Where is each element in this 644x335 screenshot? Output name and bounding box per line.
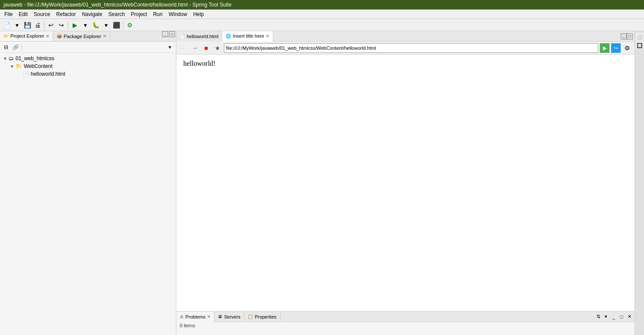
address-input[interactable]: [224, 43, 598, 53]
helloworld-label: helloworld.html: [31, 71, 65, 77]
menu-search[interactable]: Search: [106, 10, 128, 18]
bottom-tabs: ⚠ Problems ✕ 🖥 Servers 📋 Properties ⇅ ▾ …: [176, 312, 634, 322]
package-explorer-close[interactable]: ✕: [103, 34, 106, 39]
side-icon-1[interactable]: ⬜: [636, 33, 644, 41]
expand-project-arrow[interactable]: ▼: [2, 55, 9, 62]
debug-button[interactable]: 🐛: [91, 20, 100, 30]
project-label: 01_web_htmlcss: [16, 55, 54, 61]
title-text: javaweb - file:/J:/MyWork/javaweb/01_web…: [3, 2, 232, 8]
project-explorer-icon: 📁: [3, 34, 9, 39]
panel-toolbar: ⊟ 🔗 ▾: [0, 42, 176, 53]
panel-win-btns: _ □: [162, 31, 176, 41]
back-btn[interactable]: ←: [179, 43, 188, 53]
html-file-icon: 📄: [22, 71, 29, 77]
sep3: [123, 21, 123, 29]
editor-maximize-btn[interactable]: □: [627, 33, 633, 39]
new-button[interactable]: 📄: [2, 20, 11, 30]
set-url-btn[interactable]: ↪: [611, 43, 621, 53]
helloworld-editor-tab[interactable]: 📄 helloworld.html: [176, 31, 222, 42]
editor-tabs: 📄 helloworld.html 🌐 Insert title here ✕ …: [176, 31, 634, 42]
browser-tab[interactable]: 🌐 Insert title here ✕: [222, 31, 273, 42]
collapse-all-btn[interactable]: ⊟: [2, 43, 10, 52]
main-layout: 📁 Project Explorer ✕ 📦 Package Explorer …: [0, 31, 644, 335]
redo-button[interactable]: ↪: [57, 20, 66, 30]
panel-menu-btn[interactable]: ▾: [166, 43, 174, 52]
servers-tab[interactable]: 🖥 Servers: [214, 312, 244, 322]
bottom-maximize-btn[interactable]: □: [618, 313, 625, 320]
menu-bar: File Edit Source Refactor Navigate Searc…: [0, 10, 644, 19]
left-panel: 📁 Project Explorer ✕ 📦 Package Explorer …: [0, 31, 176, 335]
title-bar: javaweb - file:/J:/MyWork/javaweb/01_web…: [0, 0, 644, 10]
menu-edit[interactable]: Edit: [16, 10, 30, 18]
menu-project[interactable]: Project: [128, 10, 150, 18]
helloworld-tab-label: helloworld.html: [187, 34, 218, 39]
item-count-text: 0 items: [180, 323, 195, 328]
debug-dropdown[interactable]: ▾: [101, 20, 111, 30]
bottom-panel: ⚠ Problems ✕ 🖥 Servers 📋 Properties ⇅ ▾ …: [176, 311, 634, 335]
bookmark-star-btn[interactable]: ★: [213, 43, 222, 53]
tree-item-project[interactable]: ▼ 🗂 01_web_htmlcss: [0, 55, 176, 62]
sep1: [44, 21, 45, 29]
run-dropdown[interactable]: ▾: [80, 20, 90, 30]
side-icon-bar: ⬜ 🔲: [634, 31, 644, 335]
menu-file[interactable]: File: [2, 10, 15, 18]
build-button[interactable]: ⚙: [125, 20, 134, 30]
link-editor-btn[interactable]: 🔗: [11, 43, 20, 52]
stop-btn[interactable]: ■: [201, 43, 211, 53]
new-dropdown-button[interactable]: ▾: [12, 20, 22, 30]
settings-icon-btn[interactable]: ⚙: [622, 43, 632, 53]
tree-item-webcontent[interactable]: ▼ 📁 WebContent: [0, 62, 176, 70]
bottom-sort-btn[interactable]: ⇅: [595, 313, 602, 320]
right-panel: 📄 helloworld.html 🌐 Insert title here ✕ …: [176, 31, 634, 335]
problems-icon: ⚠: [180, 314, 184, 319]
package-explorer-icon: 📦: [57, 34, 62, 39]
properties-icon: 📋: [248, 314, 253, 319]
menu-refactor[interactable]: Refactor: [54, 10, 78, 18]
print-button[interactable]: 🖨: [33, 20, 42, 30]
undo-button[interactable]: ↩: [46, 20, 56, 30]
panel-tabs: 📁 Project Explorer ✕ 📦 Package Explorer …: [0, 31, 176, 42]
bottom-filter-btn[interactable]: ▾: [603, 313, 609, 320]
sep2: [68, 21, 68, 29]
problems-label: Problems: [185, 314, 205, 319]
bottom-minimize-btn[interactable]: _: [610, 313, 617, 320]
project-explorer-tab[interactable]: 📁 Project Explorer ✕: [0, 31, 53, 41]
tree-area: ▼ 🗂 01_web_htmlcss ▼ 📁 WebContent 📄 hell…: [0, 53, 176, 335]
editor-minimize-btn[interactable]: _: [621, 33, 627, 39]
browser-tab-icon: 🌐: [226, 34, 231, 39]
minimize-panel-btn[interactable]: _: [162, 31, 168, 37]
save-button[interactable]: 💾: [22, 20, 32, 30]
servers-label: Servers: [224, 314, 240, 319]
forward-btn[interactable]: →: [190, 43, 200, 53]
browser-content-area: helloworld!: [176, 55, 634, 311]
bottom-close-btn[interactable]: ✕: [626, 313, 633, 320]
properties-label: Properties: [255, 314, 276, 319]
webcontent-label: WebContent: [24, 63, 53, 69]
properties-tab[interactable]: 📋 Properties: [244, 312, 280, 322]
project-icon: 🗂: [9, 55, 14, 61]
go-btn[interactable]: ▶: [600, 43, 609, 53]
package-explorer-tab[interactable]: 📦 Package Explorer ✕: [53, 31, 110, 41]
menu-window[interactable]: Window: [166, 10, 190, 18]
page-content-text: helloworld!: [183, 60, 216, 67]
tree-item-helloworld[interactable]: 📄 helloworld.html: [0, 70, 176, 78]
stop-button[interactable]: ⬛: [112, 20, 121, 30]
editor-tabs-right: _ □: [621, 33, 634, 39]
problems-tab-close[interactable]: ✕: [207, 314, 210, 319]
menu-source[interactable]: Source: [31, 10, 53, 18]
browser-tab-close[interactable]: ✕: [266, 34, 269, 39]
toolbar: 📄 ▾ 💾 🖨 ↩ ↪ ▶ ▾ 🐛 ▾ ⬛ ⚙: [0, 19, 644, 31]
bottom-content: 0 items: [176, 322, 634, 335]
helloworld-tab-icon: 📄: [180, 34, 185, 39]
side-icon-2[interactable]: 🔲: [636, 42, 644, 49]
menu-run[interactable]: Run: [150, 10, 165, 18]
problems-tab[interactable]: ⚠ Problems ✕: [176, 312, 214, 322]
run-button[interactable]: ▶: [70, 20, 80, 30]
project-explorer-close[interactable]: ✕: [46, 34, 49, 39]
package-explorer-label: Package Explorer: [64, 34, 101, 39]
maximize-panel-btn[interactable]: □: [169, 31, 175, 37]
expand-webcontent-arrow[interactable]: ▼: [9, 63, 16, 70]
menu-help[interactable]: Help: [191, 10, 207, 18]
menu-navigate[interactable]: Navigate: [79, 10, 105, 18]
panel-sep: [22, 44, 22, 51]
